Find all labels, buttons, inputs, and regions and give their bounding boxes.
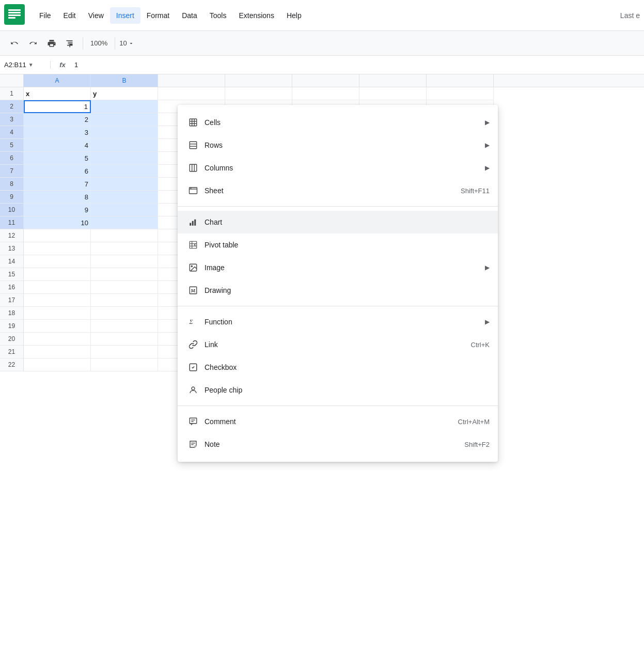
cell-b3[interactable] <box>91 113 158 126</box>
font-size-control[interactable]: 10 <box>119 39 134 47</box>
cell-c1[interactable] <box>158 87 225 100</box>
cell-b16[interactable] <box>91 281 158 294</box>
insert-people-chip-item[interactable]: People chip <box>178 379 498 401</box>
cell-b4[interactable] <box>91 126 158 139</box>
cell-d1[interactable] <box>225 87 292 100</box>
cell-a17[interactable] <box>24 294 91 307</box>
row-num-20[interactable]: 20 <box>0 333 23 346</box>
cell-b11[interactable] <box>91 216 158 229</box>
menu-item-insert[interactable]: Insert <box>110 7 140 24</box>
menu-item-help[interactable]: Help <box>280 7 308 24</box>
insert-pivot-table-item[interactable]: Pivot table <box>178 233 498 256</box>
col-header-b[interactable]: B <box>91 74 158 87</box>
row-num-16[interactable]: 16 <box>0 281 23 294</box>
row-num-5[interactable]: 5 <box>0 139 23 152</box>
row-num-17[interactable]: 17 <box>0 294 23 307</box>
row-num-12[interactable]: 12 <box>0 229 23 242</box>
paint-format-button[interactable] <box>62 35 78 52</box>
row-num-7[interactable]: 7 <box>0 165 23 178</box>
cell-g1[interactable] <box>427 87 494 100</box>
cell-b22[interactable] <box>91 359 158 371</box>
cell-b1[interactable]: y <box>91 87 158 100</box>
cell-b6[interactable] <box>91 152 158 165</box>
print-button[interactable] <box>43 35 60 52</box>
cell-a3[interactable]: 2 <box>24 113 91 126</box>
cell-a16[interactable] <box>24 281 91 294</box>
row-num-1[interactable]: 1 <box>0 87 23 100</box>
insert-chart-item[interactable]: Chart <box>178 211 498 233</box>
cell-a13[interactable] <box>24 242 91 255</box>
row-num-11[interactable]: 11 <box>0 216 23 229</box>
row-num-15[interactable]: 15 <box>0 268 23 281</box>
col-header-a[interactable]: A <box>24 74 91 87</box>
cell-a2[interactable]: 1 <box>24 100 91 113</box>
row-num-3[interactable]: 3 <box>0 113 23 126</box>
cell-a5[interactable]: 4 <box>24 139 91 152</box>
cell-b19[interactable] <box>91 320 158 333</box>
col-header-e[interactable] <box>292 74 359 87</box>
insert-comment-item[interactable]: Comment Ctrl+Alt+M <box>178 410 498 433</box>
insert-rows-item[interactable]: Rows ▶ <box>178 134 498 157</box>
cell-b5[interactable] <box>91 139 158 152</box>
cell-a7[interactable]: 6 <box>24 165 91 178</box>
row-num-14[interactable]: 14 <box>0 255 23 268</box>
cell-reference[interactable]: A2:B11 ▼ <box>4 61 51 69</box>
cell-a9[interactable]: 8 <box>24 191 91 204</box>
cell-a20[interactable] <box>24 333 91 346</box>
insert-checkbox-item[interactable]: Checkbox <box>178 356 498 379</box>
cell-a15[interactable] <box>24 268 91 281</box>
redo-button[interactable] <box>25 35 41 52</box>
cell-b7[interactable] <box>91 165 158 178</box>
cell-a21[interactable] <box>24 346 91 359</box>
cell-b15[interactable] <box>91 268 158 281</box>
row-num-22[interactable]: 22 <box>0 359 23 371</box>
row-num-13[interactable]: 13 <box>0 242 23 255</box>
cell-b17[interactable] <box>91 294 158 307</box>
cell-f1[interactable] <box>359 87 427 100</box>
cell-a6[interactable]: 5 <box>24 152 91 165</box>
cell-a14[interactable] <box>24 255 91 268</box>
menu-item-edit[interactable]: Edit <box>57 7 82 24</box>
row-num-4[interactable]: 4 <box>0 126 23 139</box>
insert-columns-item[interactable]: Columns ▶ <box>178 157 498 179</box>
col-header-d[interactable] <box>225 74 292 87</box>
row-num-19[interactable]: 19 <box>0 320 23 333</box>
menu-item-extensions[interactable]: Extensions <box>232 7 280 24</box>
insert-cells-item[interactable]: Cells ▶ <box>178 111 498 134</box>
cell-a10[interactable]: 9 <box>24 204 91 216</box>
insert-link-item[interactable]: Link Ctrl+K <box>178 333 498 356</box>
insert-note-item[interactable]: Note Shift+F2 <box>178 433 498 456</box>
zoom-level[interactable]: 100% <box>87 39 111 47</box>
menu-item-view[interactable]: View <box>82 7 110 24</box>
cell-a12[interactable] <box>24 229 91 242</box>
cell-b13[interactable] <box>91 242 158 255</box>
cell-a4[interactable]: 3 <box>24 126 91 139</box>
row-num-21[interactable]: 21 <box>0 346 23 359</box>
cell-b18[interactable] <box>91 307 158 320</box>
col-header-f[interactable] <box>359 74 427 87</box>
cell-a11[interactable]: 10 <box>24 216 91 229</box>
cell-a1[interactable]: x <box>24 87 91 100</box>
menu-item-data[interactable]: Data <box>176 7 203 24</box>
row-num-8[interactable]: 8 <box>0 178 23 191</box>
cell-b12[interactable] <box>91 229 158 242</box>
undo-button[interactable] <box>6 35 23 52</box>
cell-a22[interactable] <box>24 359 91 371</box>
cell-a8[interactable]: 7 <box>24 178 91 191</box>
col-header-c[interactable] <box>158 74 225 87</box>
cell-b8[interactable] <box>91 178 158 191</box>
cell-b2[interactable] <box>91 100 158 113</box>
cell-a18[interactable] <box>24 307 91 320</box>
insert-function-item[interactable]: Σ Function ▶ <box>178 310 498 333</box>
cell-b10[interactable] <box>91 204 158 216</box>
row-num-6[interactable]: 6 <box>0 152 23 165</box>
cell-b9[interactable] <box>91 191 158 204</box>
cell-b14[interactable] <box>91 255 158 268</box>
row-num-18[interactable]: 18 <box>0 307 23 320</box>
row-num-9[interactable]: 9 <box>0 191 23 204</box>
menu-item-format[interactable]: Format <box>140 7 176 24</box>
formula-value[interactable]: 1 <box>74 61 78 69</box>
cell-b21[interactable] <box>91 346 158 359</box>
menu-item-file[interactable]: File <box>33 7 57 24</box>
insert-sheet-item[interactable]: Sheet Shift+F11 <box>178 179 498 202</box>
